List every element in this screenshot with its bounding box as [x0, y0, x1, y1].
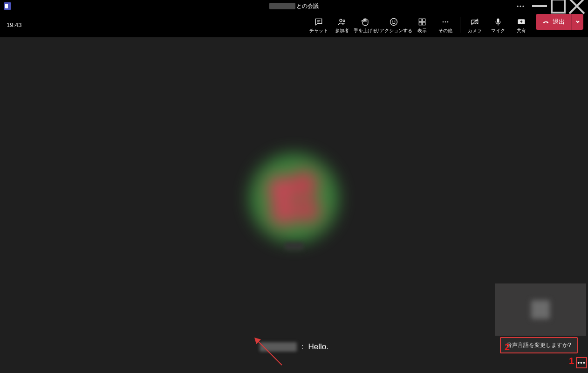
chat-icon [314, 17, 323, 27]
meeting-stage: : Hello. 音声言語を変更しますか? ••• 1 2 [0, 37, 588, 373]
chat-button[interactable]: チャット [307, 14, 330, 35]
share-screen-icon [517, 17, 526, 27]
titlebar: との会議 ••• [0, 0, 588, 12]
chevron-down-icon [575, 20, 580, 24]
svg-rect-20 [497, 18, 499, 22]
window-title: との会議 [269, 2, 319, 10]
camera-button[interactable]: カメラ [463, 14, 486, 35]
self-avatar [531, 300, 550, 319]
share-button[interactable]: 共有 [510, 14, 533, 35]
smile-icon [389, 17, 398, 27]
titlebar-more-button[interactable]: ••• [512, 0, 530, 12]
svg-point-7 [343, 20, 345, 21]
more-actions-button[interactable]: その他 [434, 14, 457, 35]
caption-text: Hello. [308, 342, 328, 352]
language-change-tooltip[interactable]: 音声言語を変更しますか? [500, 337, 578, 353]
svg-point-8 [390, 18, 397, 25]
leave-options-button[interactable] [571, 14, 583, 30]
svg-rect-12 [423, 19, 425, 21]
svg-point-17 [447, 21, 449, 22]
toolbar-separator [460, 17, 460, 33]
hand-icon [361, 17, 370, 27]
annotation-number-2: 2 [505, 342, 510, 352]
ellipsis-icon: ••• [577, 359, 586, 366]
annotation-number-1: 1 [569, 356, 574, 366]
svg-point-15 [443, 21, 444, 22]
leave-button-label: 退出 [553, 18, 565, 26]
hangup-icon [542, 18, 550, 26]
reactions-button[interactable]: リアクションする [377, 14, 410, 35]
people-icon [337, 17, 347, 27]
svg-point-6 [340, 19, 342, 21]
svg-line-23 [257, 340, 282, 365]
mic-button[interactable]: マイク [486, 14, 510, 35]
svg-point-9 [392, 21, 393, 21]
meeting-toolbar: 19:43 チャット 参加者 手を上げる リアクションする [0, 12, 588, 37]
camera-off-icon [470, 17, 479, 27]
window-close-button[interactable] [567, 0, 586, 12]
redacted-meeting-owner [269, 3, 295, 9]
svg-point-10 [395, 21, 395, 21]
mic-icon [493, 17, 503, 27]
self-video-tile[interactable] [495, 283, 586, 336]
caption-settings-button[interactable]: ••• [576, 357, 587, 368]
svg-rect-11 [419, 19, 422, 21]
participant-avatar [250, 154, 338, 242]
ellipsis-icon [441, 17, 450, 27]
participant-name-redacted [285, 242, 303, 250]
leave-button[interactable]: 退出 [536, 14, 571, 30]
window-minimize-button[interactable] [530, 0, 549, 12]
caption-separator: : [301, 343, 303, 351]
svg-rect-18 [472, 20, 476, 23]
tooltip-text: 音声言語を変更しますか? [506, 342, 571, 348]
svg-point-16 [445, 21, 446, 22]
window-maximize-button[interactable] [549, 0, 567, 12]
participants-button[interactable]: 参加者 [330, 14, 354, 35]
raise-hand-button[interactable]: 手を上げる [354, 14, 377, 35]
teams-app-icon [4, 2, 11, 10]
svg-rect-14 [423, 22, 425, 25]
view-button[interactable]: 表示 [410, 14, 434, 35]
window-title-suffix: との会議 [296, 2, 319, 10]
grid-icon [417, 17, 427, 27]
svg-rect-13 [419, 22, 422, 25]
annotation-arrow [252, 335, 284, 369]
meeting-timer: 19:43 [7, 21, 22, 28]
svg-rect-1 [552, 0, 565, 13]
